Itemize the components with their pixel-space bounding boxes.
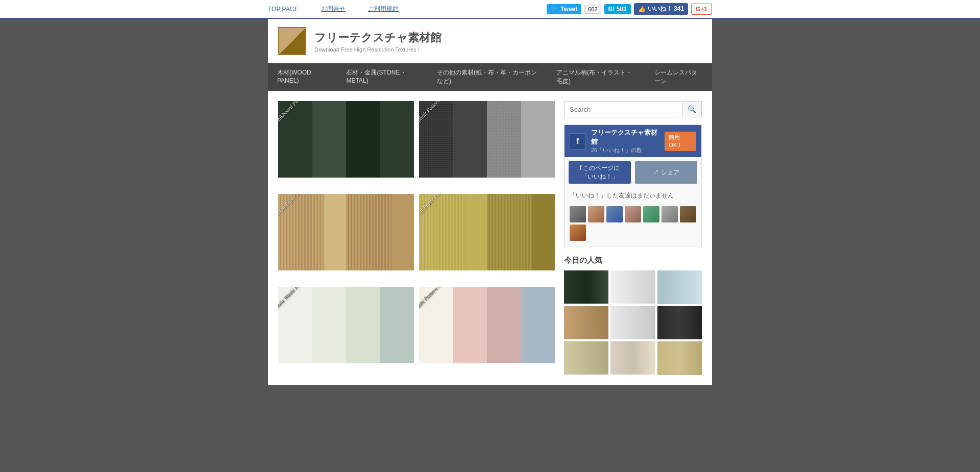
tesulawashi-fill: [278, 287, 414, 363]
texture-carton[interactable]: Carton Paper Pattern set: [278, 194, 414, 270]
nav-stone-metal[interactable]: 石材・金属(STONE・METAL): [337, 63, 428, 91]
kraft-fill: [419, 194, 555, 270]
facebook-button[interactable]: 👍 いいね！ 341: [634, 3, 688, 15]
facebook-avatars: [565, 203, 701, 246]
popular-thumb-1[interactable]: [564, 270, 608, 304]
texture-tesulawashi[interactable]: Tesula Washi Pattern set: [278, 287, 414, 363]
page-background: TOP PAGE お問合せ ご利用規約 🐦 Tweet 602 B! 503 👍…: [0, 0, 980, 472]
popular-thumb-4[interactable]: [564, 306, 608, 339]
facebook-logo-icon: f: [570, 133, 586, 150]
washi-fill: [419, 287, 555, 363]
chalkboard-fill: [278, 101, 414, 178]
popular-thumb-5[interactable]: [610, 306, 655, 339]
texture-asphalt[interactable]: Asphalt Pattern set: [419, 101, 555, 178]
facebook-share-button[interactable]: ↗ シェア: [635, 161, 697, 184]
site-header: フリーテクスチャ素材館 Download Free High Resolutio…: [268, 19, 712, 63]
nav-animal[interactable]: アニマル柄(布・イラスト・毛皮): [547, 63, 645, 91]
facebook-like-count: 26「いいね！」の数: [591, 146, 659, 154]
facebook-actions: f このページに「いいね！」 ↗ シェア: [565, 157, 701, 188]
hatena-label: B! 503: [608, 6, 627, 13]
twitter-count: 602: [584, 5, 601, 14]
main-nav: 木材(WOOD PANEL) 石材・金属(STONE・METAL) その他の素材…: [268, 63, 712, 91]
nav-other[interactable]: その他の素材(紙・布・革・カーボンなど): [428, 63, 547, 91]
search-button[interactable]: 🔍: [682, 102, 701, 117]
facebook-commercial-badge: 商用OK！: [665, 132, 696, 151]
sidebar: 🔍 f フリーテクスチャ素材館 26「いいね！」の数 商用OK！ f この: [564, 101, 702, 375]
nav-seamless[interactable]: シームレスパターン: [645, 63, 712, 91]
top-nav-left: TOP PAGE お問合せ ご利用規約: [268, 5, 399, 13]
facebook-avatar: [662, 206, 678, 222]
carton-fill: [278, 194, 414, 270]
facebook-icon: 👍: [638, 6, 646, 13]
site-title-block: フリーテクスチャ素材館 Download Free High Resolutio…: [314, 30, 442, 53]
texture-grid: Chalkboard Pattern set Asphalt Pattern s…: [278, 101, 555, 375]
search-input[interactable]: [565, 102, 682, 117]
nav-separator: [307, 5, 313, 13]
facebook-friends-text: 「いいね！」した友達はまだいません: [565, 188, 701, 203]
facebook-avatar: [606, 206, 623, 222]
facebook-avatar: [625, 206, 641, 222]
popular-thumb-6[interactable]: [657, 306, 702, 340]
facebook-avatar: [570, 206, 586, 222]
asphalt-fill: [419, 101, 555, 178]
facebook-page-info: フリーテクスチャ素材館 26「いいね！」の数: [591, 128, 659, 154]
terms-link[interactable]: ご利用規約: [368, 5, 399, 13]
popular-thumb-3[interactable]: [657, 270, 702, 304]
main-content: フリーテクスチャ素材館 Download Free High Resolutio…: [268, 19, 712, 385]
top-bar: TOP PAGE お問合せ ご利用規約 🐦 Tweet 602 B! 503 👍…: [0, 0, 980, 19]
texture-kraft[interactable]: Kraft Paper Pattern set: [419, 194, 555, 270]
site-title: フリーテクスチャ素材館: [314, 30, 442, 45]
hatena-button[interactable]: B! 503: [604, 4, 631, 14]
twitter-button[interactable]: 🐦 Tweet: [547, 4, 581, 14]
texture-washi[interactable]: Washi Pattern set: [419, 287, 555, 363]
facebook-widget-header: f フリーテクスチャ素材館 26「いいね！」の数 商用OK！: [565, 125, 701, 157]
top-nav-right: 🐦 Tweet 602 B! 503 👍 いいね！ 341 G+1: [547, 3, 712, 15]
popular-today-title: 今日の人気: [564, 256, 702, 265]
texture-chalkboard[interactable]: Chalkboard Pattern set: [278, 101, 414, 178]
nav-separator2: [354, 5, 360, 13]
popular-thumb-9[interactable]: [657, 341, 702, 375]
nav-wood[interactable]: 木材(WOOD PANEL): [268, 63, 337, 91]
google-button[interactable]: G+1: [691, 4, 712, 15]
facebook-page-name: フリーテクスチャ素材館: [591, 128, 659, 146]
popular-today-section: 今日の人気: [564, 256, 702, 375]
google-label: G+1: [696, 6, 707, 13]
popular-thumb-7[interactable]: [564, 341, 608, 375]
twitter-icon: 🐦: [551, 6, 558, 13]
logo-icon: [278, 27, 306, 55]
facebook-widget: f フリーテクスチャ素材館 26「いいね！」の数 商用OK！ f このページに「…: [564, 125, 702, 246]
contact-link[interactable]: お問合せ: [321, 5, 346, 13]
top-page-link[interactable]: TOP PAGE: [268, 6, 299, 13]
search-box: 🔍: [564, 101, 702, 117]
popular-thumb-8[interactable]: [610, 341, 655, 375]
facebook-avatar: [643, 206, 659, 222]
facebook-label: いいね！ 341: [648, 5, 684, 13]
content-area: Chalkboard Pattern set Asphalt Pattern s…: [268, 91, 712, 385]
search-icon: 🔍: [688, 105, 696, 113]
facebook-like-button[interactable]: f このページに「いいね！」: [569, 161, 631, 184]
facebook-avatar: [588, 206, 604, 222]
popular-thumb-2[interactable]: [610, 270, 655, 304]
facebook-avatar: [570, 225, 586, 241]
site-subtitle: Download Free High Resolution Textures !: [314, 46, 442, 53]
twitter-label: Tweet: [560, 6, 577, 13]
facebook-avatar: [680, 206, 696, 222]
popular-grid: [564, 270, 702, 375]
